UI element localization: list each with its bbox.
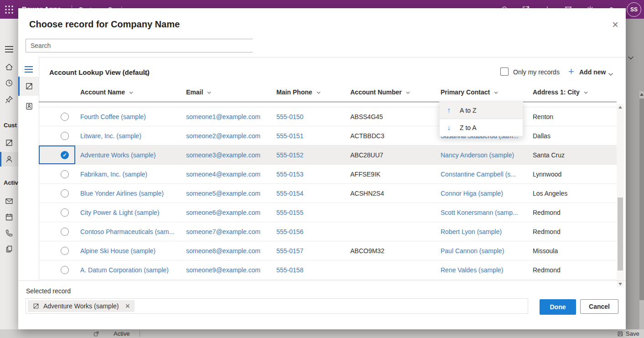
account-name-link[interactable]: City Power & Light (sample): [80, 209, 160, 216]
add-new-button[interactable]: Add new: [579, 68, 606, 76]
chevron-down-icon[interactable]: [608, 71, 614, 78]
radio-unchecked-icon[interactable]: [61, 132, 69, 140]
radio-unchecked-icon[interactable]: [61, 266, 69, 274]
only-my-records-label[interactable]: Only my records: [513, 68, 560, 76]
page-scrollbar-thumb[interactable]: [639, 99, 644, 300]
primary-contact-link[interactable]: Scott Konersmann (samp...: [441, 209, 518, 216]
table-row[interactable]: Litware, Inc. (sample) someone2@example.…: [39, 126, 617, 146]
email-link[interactable]: someone9@example.com: [186, 266, 260, 274]
table-row[interactable]: A. Datum Corporation (sample) someone9@e…: [39, 260, 617, 280]
sort-chevron-icon[interactable]: [316, 90, 321, 95]
phone-icon[interactable]: [5, 229, 14, 238]
add-plus-icon[interactable]: +: [568, 66, 574, 78]
account-name-link[interactable]: Adventure Works (sample): [80, 151, 156, 159]
calendar-icon[interactable]: [5, 213, 14, 222]
column-header-email[interactable]: Email: [181, 82, 271, 102]
view-selector[interactable]: Account Lookup View (default): [49, 68, 150, 76]
row-radio-cell[interactable]: [39, 126, 75, 146]
account-name-link[interactable]: A. Datum Corporation (sample): [80, 266, 169, 274]
phone-link[interactable]: 555-0150: [276, 113, 303, 120]
column-header-account-name[interactable]: Account Name: [75, 82, 181, 102]
account-name-link[interactable]: Fourth Coffee (sample): [80, 113, 146, 120]
phone-link[interactable]: 555-0158: [276, 266, 303, 274]
phone-link[interactable]: 555-0153: [276, 171, 303, 178]
phone-link[interactable]: 555-0151: [276, 132, 303, 140]
email-link[interactable]: someone8@example.com: [186, 247, 260, 255]
primary-contact-link[interactable]: Nancy Anderson (sample): [441, 151, 514, 159]
search-input[interactable]: [26, 39, 261, 52]
account-name-link[interactable]: Fabrikam, Inc. (sample): [80, 171, 147, 178]
sort-chevron-icon[interactable]: [207, 90, 212, 95]
expand-icon[interactable]: [93, 331, 99, 337]
scroll-up-icon[interactable]: [618, 106, 622, 109]
row-radio-cell[interactable]: ✓: [39, 146, 75, 165]
grid-scrollbar-thumb[interactable]: [618, 198, 623, 270]
sort-chevron-icon[interactable]: [405, 90, 410, 95]
done-button[interactable]: Done: [540, 299, 576, 315]
avatar[interactable]: SS: [627, 2, 641, 17]
phone-link[interactable]: 555-0156: [276, 228, 303, 235]
recent-clock-icon[interactable]: [5, 78, 14, 88]
email-link[interactable]: someone4@example.com: [186, 171, 260, 178]
nav-menu-icon[interactable]: [5, 46, 13, 52]
radio-unchecked-icon[interactable]: [61, 228, 69, 236]
accounts-icon[interactable]: [5, 138, 14, 147]
phone-link[interactable]: 555-0155: [276, 209, 303, 216]
email-link[interactable]: someone2@example.com: [186, 132, 260, 140]
page-scrollbar[interactable]: [639, 91, 644, 338]
radio-unchecked-icon[interactable]: [61, 247, 69, 255]
contacts-entity-icon[interactable]: [25, 102, 34, 111]
primary-contact-link[interactable]: Robert Lyon (sample): [441, 228, 502, 235]
selected-record-field[interactable]: Adventure Works (sample) ×: [26, 298, 528, 314]
sort-ascending-item[interactable]: ↑ A to Z: [440, 102, 523, 119]
column-header-account-number[interactable]: Account Number: [345, 82, 436, 102]
table-row[interactable]: City Power & Light (sample) someone6@exa…: [39, 203, 617, 222]
radio-unchecked-icon[interactable]: [61, 170, 69, 178]
table-row[interactable]: Fabrikam, Inc. (sample) someone4@example…: [39, 165, 617, 184]
phone-link[interactable]: 555-0152: [276, 151, 303, 159]
phone-link[interactable]: 555-0154: [276, 190, 303, 197]
save-button[interactable]: Save: [626, 330, 639, 337]
primary-contact-link[interactable]: Connor Higa (sample): [441, 190, 503, 197]
table-row[interactable]: Alpine Ski House (sample) someone8@examp…: [39, 241, 617, 260]
email-link[interactable]: someone1@example.com: [186, 113, 260, 120]
chevron-down-icon[interactable]: [143, 71, 150, 78]
column-header-address-city[interactable]: Address 1: City: [528, 82, 617, 102]
selected-record-chip[interactable]: Adventure Works (sample) ×: [28, 300, 135, 312]
radio-checked-icon[interactable]: ✓: [61, 151, 69, 159]
cancel-button[interactable]: Cancel: [580, 299, 618, 314]
row-radio-cell[interactable]: [39, 184, 75, 203]
row-radio-cell[interactable]: [39, 107, 75, 126]
account-name-link[interactable]: Contoso Pharmaceuticals (sam...: [80, 228, 174, 235]
email-icon[interactable]: [5, 197, 14, 206]
home-icon[interactable]: [5, 62, 14, 72]
row-radio-cell[interactable]: [39, 203, 75, 222]
sort-descending-item[interactable]: ↓ Z to A: [440, 119, 523, 136]
contacts-person-icon[interactable]: [5, 155, 14, 164]
scroll-up-icon[interactable]: [640, 93, 644, 96]
copy-pages-icon[interactable]: [5, 244, 14, 254]
dialog-menu-icon[interactable]: [25, 66, 33, 73]
grid-scrollbar[interactable]: [617, 104, 624, 287]
radio-unchecked-icon[interactable]: [61, 208, 69, 217]
primary-contact-link[interactable]: Rene Valdes (sample): [441, 266, 503, 274]
radio-unchecked-icon[interactable]: [61, 189, 69, 198]
email-link[interactable]: someone3@example.com: [186, 151, 260, 159]
sort-chevron-icon[interactable]: [493, 90, 499, 95]
row-radio-cell[interactable]: [39, 222, 75, 241]
row-radio-cell[interactable]: [39, 241, 75, 260]
accounts-entity-icon[interactable]: [25, 82, 34, 91]
only-my-records-checkbox[interactable]: [500, 68, 509, 76]
primary-contact-link[interactable]: Paul Cannon (sample): [441, 247, 504, 255]
chip-remove-icon[interactable]: ×: [125, 302, 130, 311]
column-header-main-phone[interactable]: Main Phone: [271, 82, 345, 102]
radio-unchecked-icon[interactable]: [61, 113, 69, 121]
sort-chevron-icon[interactable]: [129, 90, 134, 95]
column-header-primary-contact[interactable]: Primary Contact: [436, 82, 528, 102]
scroll-down-icon[interactable]: [618, 283, 622, 286]
table-row[interactable]: Contoso Pharmaceuticals (sam... someone7…: [39, 222, 617, 241]
save-icon[interactable]: [617, 331, 623, 337]
email-link[interactable]: someone7@example.com: [186, 228, 260, 235]
sort-chevron-icon[interactable]: [583, 90, 588, 95]
table-row-selected[interactable]: ✓ Adventure Works (sample) someone3@exam…: [39, 146, 617, 165]
